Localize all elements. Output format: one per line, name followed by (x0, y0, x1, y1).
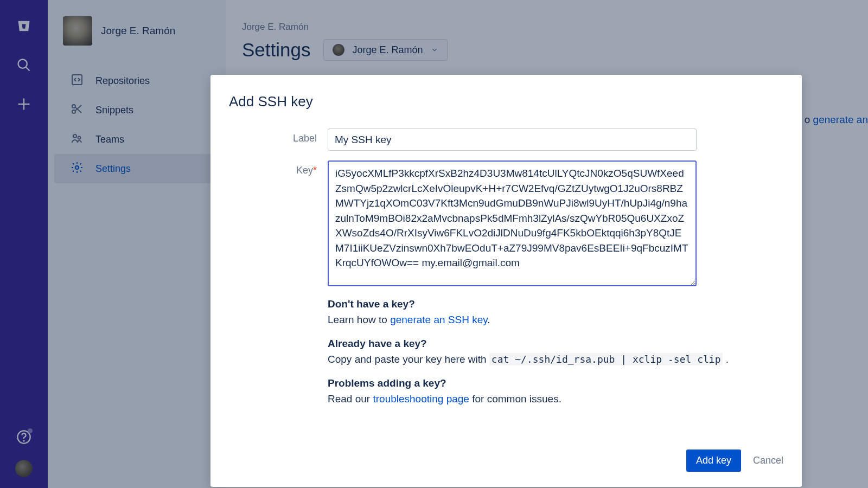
add-ssh-key-modal: Add SSH key Label Key* Don't have a key?… (210, 75, 802, 487)
cancel-button[interactable]: Cancel (753, 455, 783, 466)
modal-title: Add SSH key (229, 93, 783, 110)
add-key-button[interactable]: Add key (686, 450, 741, 472)
key-field-label: Key* (229, 160, 328, 286)
copy-command-code: cat ~/.ssh/id_rsa.pub | xclip -sel clip (489, 353, 723, 365)
help-text: Don't have a key? Learn how to generate … (328, 296, 783, 407)
generate-ssh-key-link[interactable]: generate an SSH key (390, 314, 487, 325)
key-textarea[interactable] (328, 160, 697, 286)
troubleshooting-link[interactable]: troubleshooting page (373, 393, 469, 404)
label-field-label: Label (229, 129, 328, 151)
no-key-heading: Don't have a key? (328, 296, 783, 312)
problems-heading: Problems adding a key? (328, 375, 783, 391)
have-key-heading: Already have a key? (328, 336, 783, 351)
label-input[interactable] (328, 129, 697, 151)
